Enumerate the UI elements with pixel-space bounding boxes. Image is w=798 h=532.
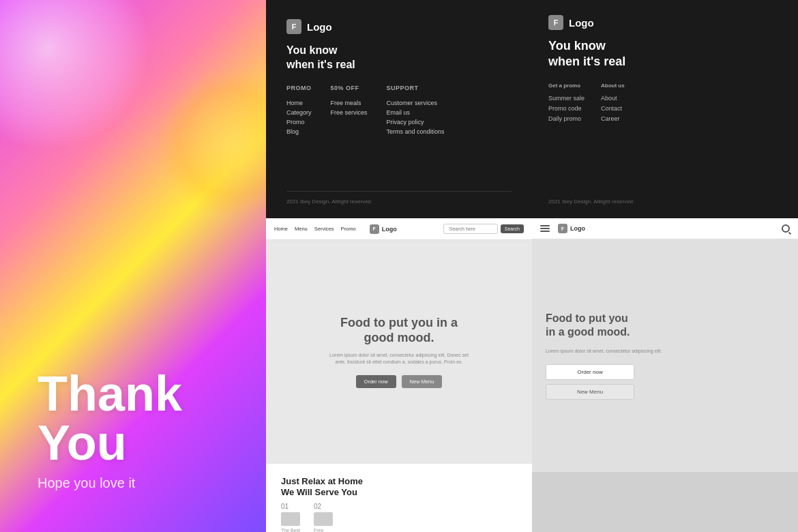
mobile-link-about: About (601, 95, 625, 102)
footer-logo-icon: F (286, 19, 301, 34)
website-search-button[interactable]: Search (501, 224, 524, 233)
website-nav-promo: Promo (341, 226, 356, 232)
mobile-hero-buttons: Order now New Menu (546, 364, 784, 400)
website-hero: Food to put you in a good mood. Lorem ip… (266, 240, 532, 464)
footer-link-category: Category (286, 109, 312, 116)
website-logo-text: Logo (382, 226, 397, 233)
thank-you-title: Thank You (38, 369, 266, 467)
footer-col-head-support: Support (387, 85, 445, 91)
mobile-footer-nav-col-about: About us About Contact Career (601, 83, 625, 122)
right-bottom-gray (532, 472, 798, 532)
mobile-website-mockup: F Logo Food to put you in a good mood. L… (532, 218, 798, 472)
footer-tagline: You know when it's real (286, 44, 512, 72)
hamburger-line-2 (540, 228, 550, 229)
website-hero-title: Food to put you in a good mood. (340, 316, 458, 345)
mobile-link-promo-code: Promo code (548, 105, 585, 112)
hamburger-icon[interactable] (540, 225, 550, 232)
mobile-footer-nav: Get a promo Summer sale Promo code Daily… (548, 83, 782, 122)
website-nav-home: Home (274, 226, 288, 232)
hamburger-line-1 (540, 225, 550, 226)
website-header: Home Menu Services Promo F Logo Search (266, 218, 532, 240)
footer-logo-text: Logo (307, 21, 332, 33)
footer-nav-col-support: Support Customer services Email us Priva… (387, 85, 445, 135)
middle-column: F Logo You know when it's real Promo Hom… (266, 0, 532, 532)
footer-link-terms: Terms and conditions (387, 128, 445, 135)
website-search-input[interactable] (443, 224, 498, 234)
mobile-footer-nav-head-promo: Get a promo (548, 83, 585, 89)
footer-link-privacy: Privacy policy (387, 119, 445, 125)
mobile-logo-area: F Logo (558, 224, 585, 233)
mobile-header: F Logo (532, 218, 798, 239)
thank-you-subtitle: Hope you love it (38, 475, 266, 491)
mobile-hero-title: Food to put you in a good mood. (546, 312, 630, 338)
mobile-link-daily-promo: Daily promo (548, 115, 585, 122)
footer-col-head-sub: 50% off (331, 85, 368, 91)
bottom-item-2: 02 Free (314, 503, 333, 532)
mobile-footer-mockup: F Logo You know when it's real Get a pro… (532, 0, 798, 218)
right-column: F Logo You know when it's real Get a pro… (532, 0, 798, 532)
hamburger-line-3 (540, 231, 550, 232)
bottom-items: 01 The Best 02 Free (281, 503, 517, 532)
footer-nav-col-promo: Promo Home Category Promo Blog (286, 85, 312, 135)
bottom-item-1-label: The Best (281, 528, 300, 532)
order-now-button[interactable]: Order now (356, 375, 396, 388)
bottom-item-1-num: 01 (281, 503, 289, 510)
footer-link-promo: Promo (286, 119, 312, 125)
website-mockup: Home Menu Services Promo F Logo Search F… (266, 218, 532, 464)
thank-you-section: Thank You Hope you love it (38, 369, 266, 491)
mobile-link-contact: Contact (601, 105, 625, 112)
bottom-item-2-num: 02 (314, 503, 321, 510)
mobile-logo-icon: F (558, 224, 567, 233)
mobile-footer-logo-text: Logo (569, 17, 594, 29)
mobile-hero: Food to put you in a good mood. Lorem ip… (532, 239, 798, 472)
bottom-item-2-icon (314, 512, 333, 526)
search-icon[interactable] (782, 224, 790, 233)
website-nav-services: Services (314, 226, 334, 232)
bottom-title: Just Relax at Home We Will Serve You (281, 476, 517, 497)
mobile-footer-copyright: 2021 Ibey Design. Allright reserved (548, 192, 782, 205)
bottom-item-1: 01 The Best (281, 503, 300, 532)
mobile-new-menu-button[interactable]: New Menu (546, 384, 634, 400)
footer-col-head-promo: Promo (286, 85, 312, 91)
footer-link-home: Home (286, 100, 312, 106)
footer-mockup: F Logo You know when it's real Promo Hom… (266, 0, 532, 218)
footer-link-free-meals: Free meals (331, 100, 368, 106)
bottom-section: Just Relax at Home We Will Serve You 01 … (266, 464, 532, 532)
website-logo-icon: F (370, 224, 379, 234)
website-nav-menu: Menu (295, 226, 308, 232)
mobile-footer-logo-row: F Logo (548, 15, 782, 30)
footer-nav-col-sub: 50% off Free meals Free services (331, 85, 368, 135)
footer-logo-row: F Logo (286, 19, 512, 34)
website-logo-area: F Logo (370, 224, 397, 234)
mobile-hero-desc: Lorem ipsum dolor sit amet, consectetur … (546, 348, 662, 355)
footer-link-blog: Blog (286, 128, 312, 135)
mobile-footer-nav-col-promo: Get a promo Summer sale Promo code Daily… (548, 83, 585, 122)
mobile-link-summer: Summer sale (548, 95, 585, 102)
website-hero-buttons: Order now New Menu (356, 375, 443, 388)
footer-copyright: 2021 Ibey Design. Allright reserved (286, 191, 512, 205)
bottom-item-1-icon (281, 512, 300, 526)
mobile-link-career: Career (601, 115, 625, 122)
website-nav-links: Home Menu Services Promo (274, 226, 356, 232)
footer-link-email: Email us (387, 109, 445, 116)
mobile-footer-logo-icon: F (548, 15, 563, 30)
mobile-order-now-button[interactable]: Order now (546, 364, 634, 380)
left-panel: Thank You Hope you love it (0, 0, 266, 532)
mobile-footer-nav-head-about: About us (601, 83, 625, 89)
new-menu-button[interactable]: New Menu (402, 375, 443, 388)
website-search-area: Search (443, 224, 524, 234)
mobile-logo-text: Logo (570, 225, 585, 232)
website-hero-desc: Lorem ipsum dolor sit amet, consectetur … (324, 352, 474, 366)
bottom-item-2-label: Free (314, 528, 323, 532)
footer-link-customer: Customer services (387, 100, 445, 106)
footer-columns: Promo Home Category Promo Blog 50% off F… (286, 85, 512, 135)
mobile-footer-tagline: You know when it's real (548, 38, 782, 69)
footer-link-free-services: Free services (331, 109, 368, 116)
